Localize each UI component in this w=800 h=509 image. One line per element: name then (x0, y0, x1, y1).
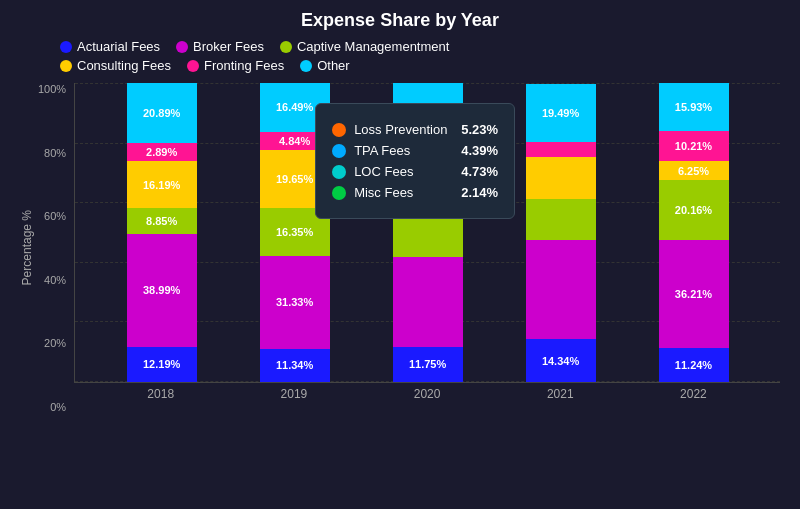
bar-segment: 11.24% (659, 348, 729, 382)
legend-dot (280, 41, 292, 53)
tooltip: Loss Prevention5.23%TPA Fees4.39%LOC Fee… (315, 103, 515, 219)
bar-segment: 36.21% (659, 240, 729, 348)
legend-dot (176, 41, 188, 53)
legend-dot (300, 60, 312, 72)
tooltip-dot (332, 123, 346, 137)
y-axis-tick: 40% (44, 274, 66, 286)
bar-segment: 6.25% (659, 161, 729, 180)
bar-segment: 15.93% (659, 83, 729, 131)
bars-area: 12.19%38.99%8.85%16.19%2.89%20.89%11.34%… (74, 83, 780, 383)
chart-area: Percentage % 100%80%60%40%20%0% 12.19%38… (20, 83, 780, 413)
x-axis-label: 2019 (259, 387, 329, 401)
bar-segment (526, 199, 596, 241)
y-axis-tick: 60% (44, 210, 66, 222)
tooltip-row: LOC Fees4.73% (332, 164, 498, 179)
legend: Actuarial FeesBroker FeesCaptive Managem… (20, 39, 780, 73)
legend-item: Captive Managementment (280, 39, 449, 54)
chart-container: Expense Share by Year Actuarial FeesBrok… (0, 0, 800, 509)
tooltip-value: 4.39% (461, 143, 498, 158)
legend-item: Broker Fees (176, 39, 264, 54)
tooltip-label: LOC Fees (354, 164, 453, 179)
y-axis-tick: 80% (44, 147, 66, 159)
legend-dot (60, 41, 72, 53)
legend-item: Fronting Fees (187, 58, 284, 73)
x-axis-label: 2021 (525, 387, 595, 401)
tooltip-row: Loss Prevention5.23% (332, 122, 498, 137)
bar-segment: 31.33% (260, 256, 330, 349)
legend-dot (60, 60, 72, 72)
y-axis-tick: 20% (44, 337, 66, 349)
x-axis-label: 2020 (392, 387, 462, 401)
bar-segment: 20.16% (659, 180, 729, 240)
tooltip-value: 2.14% (461, 185, 498, 200)
bar-segment: 10.21% (659, 131, 729, 162)
bar-segment (393, 257, 463, 347)
bar-segment: 38.99% (127, 234, 197, 347)
tooltip-value: 5.23% (461, 122, 498, 137)
x-axis-label: 2022 (658, 387, 728, 401)
tooltip-dot (332, 144, 346, 158)
legend-label: Other (317, 58, 350, 73)
bar-segment: 12.19% (127, 347, 197, 382)
tooltip-label: Misc Fees (354, 185, 453, 200)
tooltip-value: 4.73% (461, 164, 498, 179)
legend-label: Broker Fees (193, 39, 264, 54)
tooltip-row: TPA Fees4.39% (332, 143, 498, 158)
legend-dot (187, 60, 199, 72)
legend-item: Consulting Fees (60, 58, 171, 73)
bar-group: 11.24%36.21%20.16%6.25%10.21%15.93% (659, 83, 729, 382)
x-axis-label: 2018 (126, 387, 196, 401)
bar-segment: 19.49% (526, 84, 596, 142)
legend-item: Other (300, 58, 350, 73)
bar-segment (526, 142, 596, 156)
bar-segment: 11.75% (393, 347, 463, 382)
bar-group: 14.34%19.49% (526, 83, 596, 382)
chart-title: Expense Share by Year (20, 10, 780, 31)
tooltip-label: TPA Fees (354, 143, 453, 158)
legend-label: Actuarial Fees (77, 39, 160, 54)
legend-item: Actuarial Fees (60, 39, 160, 54)
y-axis-label: Percentage % (20, 210, 34, 285)
bar-segment: 14.34% (526, 339, 596, 382)
tooltip-dot (332, 186, 346, 200)
bar-segment (526, 157, 596, 199)
y-axis-tick: 100% (38, 83, 66, 95)
bars-wrapper: 12.19%38.99%8.85%16.19%2.89%20.89%11.34%… (74, 83, 780, 413)
x-labels: 20182019202020212022 (74, 383, 780, 401)
y-axis: 100%80%60%40%20%0% (38, 83, 74, 413)
tooltip-row: Misc Fees2.14% (332, 185, 498, 200)
bar-segment: 16.19% (127, 161, 197, 208)
bar-segment: 2.89% (127, 143, 197, 161)
bar-segment: 11.34% (260, 349, 330, 382)
bar-segment (526, 240, 596, 339)
tooltip-label: Loss Prevention (354, 122, 453, 137)
y-axis-tick: 0% (50, 401, 66, 413)
bar-group: 12.19%38.99%8.85%16.19%2.89%20.89% (127, 83, 197, 382)
bar-segment: 8.85% (127, 208, 197, 234)
legend-label: Captive Managementment (297, 39, 449, 54)
legend-label: Fronting Fees (204, 58, 284, 73)
bar-segment: 20.89% (127, 83, 197, 143)
tooltip-dot (332, 165, 346, 179)
legend-label: Consulting Fees (77, 58, 171, 73)
